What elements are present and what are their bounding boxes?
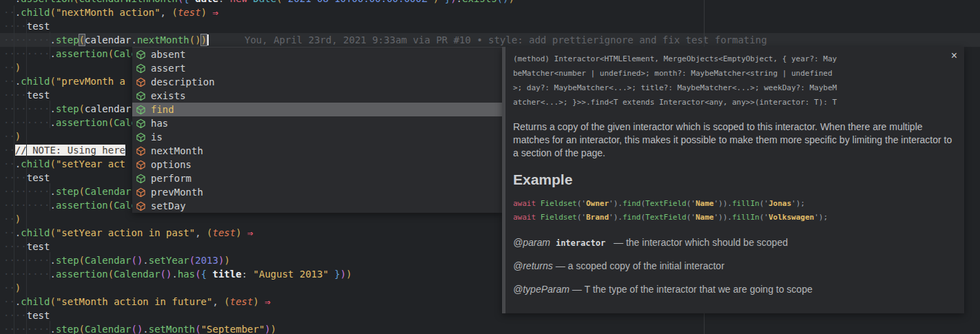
suggestion-label: exists [151,90,186,101]
suggestion-item-has[interactable]: has [132,116,502,130]
indent-guide [50,32,50,59]
method-cube-icon [136,187,146,198]
suggestion-item-options[interactable]: options [132,158,502,171]
suggestion-item-is[interactable]: is [132,130,502,144]
method-cube-icon [136,91,146,101]
suggestion-label: has [151,118,168,129]
method-cube-icon [136,160,146,170]
indent-guide [50,183,50,211]
method-cube-icon [136,63,146,74]
suggestion-label: options [151,159,191,170]
jsdoc-tag: @paraminteractor — the interactor which … [513,237,955,248]
suggestion-item-prevMonth[interactable]: prevMonth [132,185,502,199]
suggestion-label: is [151,132,163,143]
suggestion-label: setDay [151,200,186,211]
suggestion-item-assert[interactable]: assert [132,61,502,75]
suggestion-item-setDay[interactable]: setDay [132,199,502,213]
example-heading: Example [513,171,955,188]
suggestion-item-nextMonth[interactable]: nextMonth [132,144,502,158]
intellisense-docs-panel: × (method) Interactor<HTMLElement, Merge… [502,47,964,313]
indent-guide [50,321,50,334]
suggestion-item-absent[interactable]: absent [132,48,502,61]
jsdoc-tag: @returns — a scoped copy of the initial … [513,260,955,271]
code-line[interactable]: ····test [0,19,980,33]
indent-guide [50,252,50,280]
code-line[interactable]: ··.assertion(CalendarWithMonth({ date: n… [0,0,980,6]
example-code: await Fieldset('Owner').find(TextField('… [513,197,955,225]
suggestion-label: nextMonth [151,145,203,156]
suggestion-label: find [151,104,174,115]
code-line[interactable]: ··.child("nextMonth action", (test) ⇒ [0,6,980,19]
close-icon[interactable]: × [951,50,957,61]
jsdoc-tags: @paraminteractor — the interactor which … [513,237,955,295]
suggestion-label: absent [151,49,186,60]
vscode-editor: ··.assertion(CalendarWithMonth({ date: n… [0,0,980,334]
method-cube-icon [136,50,146,60]
suggestion-item-find[interactable]: find [132,103,502,116]
git-blame-annotation: You, April 23rd, 2021 9:33am via PR #10 … [244,33,767,47]
indent-guide [14,6,14,334]
method-cube-icon [136,146,146,156]
method-signature: (method) Interactor<HTMLElement, MergeOb… [513,52,955,109]
suggestion-label: perform [151,173,191,184]
suggestion-item-exists[interactable]: exists [132,89,502,103]
suggestion-label: prevMonth [151,187,203,198]
method-cube-icon [136,201,146,211]
method-description: Returns a copy of the given interactor w… [513,121,959,160]
jsdoc-tag: @typeParam — T the type of the interacto… [513,284,955,295]
text-cursor [207,34,209,45]
intellisense-suggest-list: absentassertdescriptionexistsfindhasisne… [132,47,502,213]
suggestion-item-description[interactable]: description [132,75,502,89]
indent-guide [50,101,50,128]
suggestion-label: assert [151,63,186,74]
method-cube-icon [136,132,146,143]
method-cube-icon [136,118,146,129]
code-line[interactable]: ········.step(Calendar().setMonth("Septe… [0,322,980,334]
method-cube-icon [136,174,146,184]
method-cube-icon [136,77,146,87]
code-line[interactable]: ········.step(calendar.nextMonth())You, … [0,33,980,47]
method-cube-icon [136,105,146,115]
indent-guide [26,19,27,334]
suggestion-item-perform[interactable]: perform [132,171,502,185]
suggestion-label: description [151,76,215,87]
